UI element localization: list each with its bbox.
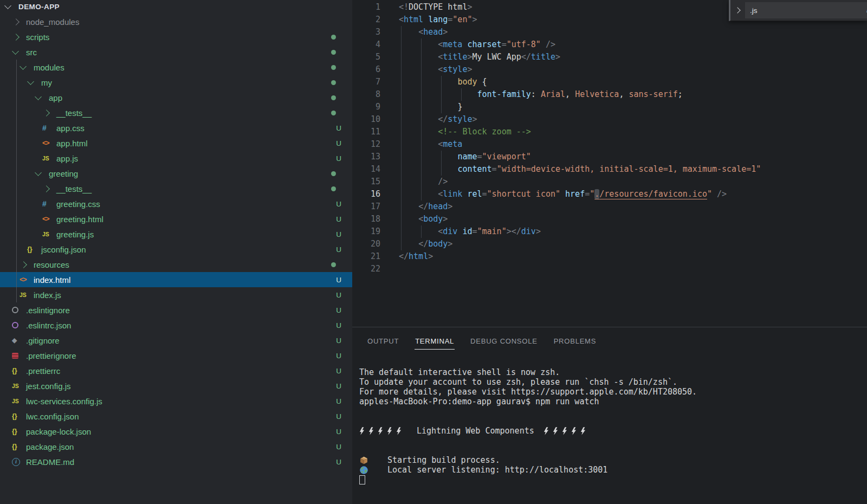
editor-indent-guide <box>441 76 442 88</box>
editor-indent-guide <box>461 88 462 101</box>
find-expand-chevron-icon[interactable] <box>734 7 740 13</box>
code-line-7[interactable]: 7 body { <box>352 76 867 88</box>
editor-indent-guide <box>421 101 422 113</box>
tree-item-app-css[interactable]: #app.cssU <box>0 120 352 135</box>
tree-item-package-json[interactable]: {}package.jsonU <box>0 439 352 454</box>
tree-item-resources[interactable]: resources <box>0 257 352 272</box>
tree-item-lwc-services-config-js[interactable]: JSlwc-services.config.jsU <box>0 393 352 409</box>
code-line-8[interactable]: 8 font-family: Arial, Helvetica, sans-se… <box>352 88 867 101</box>
code-line-22[interactable]: 22 <box>352 263 867 275</box>
tab-debug-console[interactable]: DEBUG CONSOLE <box>470 330 538 350</box>
lightning-icon <box>396 427 402 435</box>
terminal-line: To update your account to use zsh, pleas… <box>359 377 867 387</box>
editor-indent-guide <box>421 163 422 176</box>
tree-item-package-lock-json[interactable]: {}package-lock.jsonU <box>0 424 352 439</box>
tree-item-scripts[interactable]: scripts <box>0 29 352 44</box>
contains-changes-dot <box>331 95 336 100</box>
tree-item--prettierignore[interactable]: .prettierignoreU <box>0 348 352 363</box>
tree-item-label: jest.config.js <box>26 382 71 391</box>
code-editor[interactable]: 1<!DOCTYPE html>2<html lang="en">3 <head… <box>352 0 867 327</box>
code-line-4[interactable]: 4 <meta charset="utf-8" /> <box>352 38 867 51</box>
line-number: 2 <box>352 14 380 26</box>
code-line-17[interactable]: 17 </head> <box>352 201 867 213</box>
tree-item-readme-md[interactable]: iREADME.mdU <box>0 454 352 469</box>
tree-item-index-js[interactable]: JSindex.jsU <box>0 287 352 302</box>
js-file-icon: JS <box>20 292 33 298</box>
tree-item-greeting-js[interactable]: JSgreeting.jsU <box>0 227 352 242</box>
editor-indent-guide <box>421 76 422 88</box>
tree-item--eslintignore[interactable]: .eslintignoreU <box>0 302 352 318</box>
code-line-5[interactable]: 5 <title>My LWC App</title> <box>352 51 867 63</box>
code-line-20[interactable]: 20 </body> <box>352 238 867 250</box>
find-input[interactable] <box>745 2 867 18</box>
editor-indent-guide <box>421 188 422 201</box>
code-line-15[interactable]: 15 /> <box>352 176 867 188</box>
code-line-6[interactable]: 6 <style> <box>352 63 867 76</box>
tree-item-greeting-html[interactable]: <>greeting.htmlU <box>0 211 352 227</box>
code-line-14[interactable]: 14 content="width=device-width, initial-… <box>352 163 867 176</box>
line-number: 22 <box>352 263 380 275</box>
tree-item-app-html[interactable]: <>app.htmlU <box>0 135 352 151</box>
tree-item--tests-[interactable]: __tests__ <box>0 181 352 196</box>
terminal-line: The default interactive shell is now zsh… <box>359 367 867 377</box>
terminal-text: Local server listening: http://localhost… <box>387 465 607 475</box>
tree-item-label: app.html <box>56 139 88 148</box>
code-line-19[interactable]: 19 <div id="main"></div> <box>352 225 867 238</box>
html-file-icon: <> <box>42 215 56 223</box>
tree-item-demo-app[interactable]: DEMO-APP <box>0 0 352 14</box>
terminal-output[interactable]: The default interactive shell is now zsh… <box>352 352 867 484</box>
lightning-icon <box>553 427 558 435</box>
tree-item-index-html[interactable]: <>index.htmlU <box>0 272 352 287</box>
line-number: 10 <box>352 113 380 126</box>
line-number: 20 <box>352 238 380 250</box>
tree-item-greeting[interactable]: greeting <box>0 166 352 181</box>
tree-item-lwc-config-json[interactable]: {}lwc.config.jsonU <box>0 409 352 424</box>
tab-problems[interactable]: PROBLEMS <box>553 330 597 350</box>
tab-output[interactable]: OUTPUT <box>367 330 399 350</box>
code-line-3[interactable]: 3 <head> <box>352 26 867 38</box>
tree-item-modules[interactable]: modules <box>0 60 352 75</box>
js-file-icon: JS <box>42 155 56 161</box>
code-line-13[interactable]: 13 name="viewport" <box>352 151 867 163</box>
tree-item-src[interactable]: src <box>0 44 352 60</box>
tree-item-node-modules[interactable]: node_modules <box>0 14 352 29</box>
code-line-21[interactable]: 21</html> <box>352 250 867 263</box>
line-number: 13 <box>352 151 380 163</box>
tree-item-label: lwc-services.config.js <box>26 397 102 406</box>
tree-item-label: app.js <box>56 154 78 163</box>
code-line-9[interactable]: 9 } <box>352 101 867 113</box>
line-number: 21 <box>352 250 380 263</box>
js-file-icon: JS <box>12 398 25 404</box>
lightning-icon <box>387 427 392 435</box>
code-line-11[interactable]: 11 <!-- Block zoom --> <box>352 126 867 138</box>
tab-terminal[interactable]: TERMINAL <box>415 330 455 350</box>
line-number: 1 <box>352 1 380 14</box>
lightning-icon <box>580 427 586 435</box>
line-number: 4 <box>352 38 380 51</box>
json-file-icon: {} <box>12 412 25 420</box>
tree-item--gitignore[interactable]: ◆.gitignoreU <box>0 333 352 348</box>
tree-item-greeting-css[interactable]: #greeting.cssU <box>0 196 352 211</box>
contains-changes-dot <box>331 50 336 55</box>
untracked-badge: U <box>336 321 341 329</box>
tree-item--tests-[interactable]: __tests__ <box>0 105 352 120</box>
tree-item-jsconfig-json[interactable]: {}jsconfig.jsonU <box>0 242 352 257</box>
editor-indent-guide <box>401 113 402 126</box>
tree-item-my[interactable]: my <box>0 75 352 90</box>
code-line-18[interactable]: 18 <body> <box>352 213 867 225</box>
code-line-16[interactable]: 16 <link rel="shortcut icon" href="./res… <box>352 188 867 201</box>
tree-item-jest-config-js[interactable]: JSjest.config.jsU <box>0 378 352 393</box>
tree-item-app[interactable]: app <box>0 90 352 105</box>
untracked-badge: U <box>336 215 341 223</box>
tree-item--prettierrc[interactable]: {}.prettierrcU <box>0 363 352 378</box>
code-line-10[interactable]: 10 </style> <box>352 113 867 126</box>
prettier-file-icon <box>12 353 25 359</box>
tree-item--eslintrc-json[interactable]: .eslintrc.jsonU <box>0 318 352 333</box>
terminal-cursor <box>359 475 365 484</box>
contains-changes-dot <box>331 65 336 70</box>
editor-indent-guide <box>421 138 422 151</box>
editor-indent-guide <box>401 151 402 163</box>
tree-item-app-js[interactable]: JSapp.jsU <box>0 151 352 166</box>
code-line-12[interactable]: 12 <meta <box>352 138 867 151</box>
tree-item-label: modules <box>34 63 64 72</box>
